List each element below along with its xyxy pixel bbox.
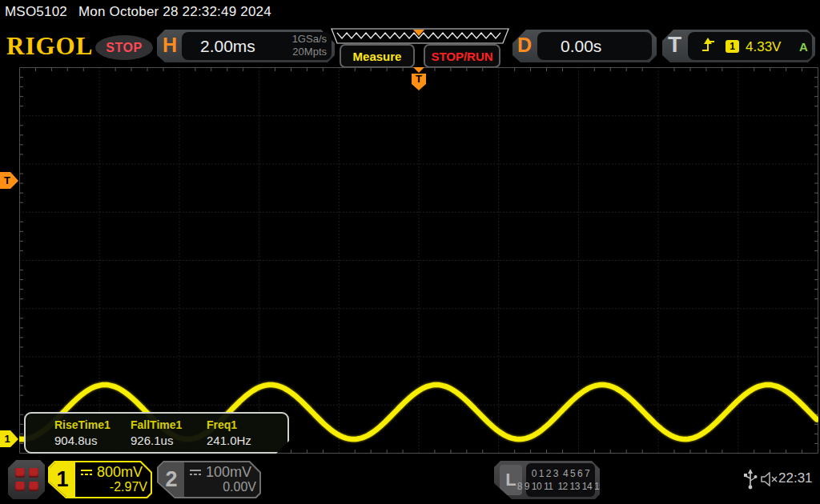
digital-row2-right: 12 13 14 15 (557, 481, 604, 492)
waveform-preview-bar[interactable] (331, 28, 510, 45)
measurement-value: 241.0Hz (207, 434, 251, 447)
acquisition-state-badge: STOP (95, 35, 153, 60)
trigger-source-number: 1 (730, 41, 735, 52)
rising-edge-icon (701, 37, 716, 54)
speaker-muted-icon[interactable] (761, 472, 778, 486)
horizontal-label: H (163, 34, 177, 57)
clock: 22:31 (778, 470, 813, 486)
channel1-chip[interactable]: 1 800mV -2.97V (48, 461, 152, 498)
delay-value[interactable]: 0.00s (561, 37, 601, 56)
measurement-item: RiseTime1 904.8us (54, 418, 111, 447)
channel2-chip[interactable]: 2 100mV 0.00V (157, 461, 261, 498)
trigger-mode: A (799, 40, 808, 54)
delay-label: D (517, 34, 532, 57)
measure-button-label: Measure (353, 50, 402, 63)
timebase-value[interactable]: 2.00ms (200, 37, 255, 56)
menu-button[interactable] (8, 460, 45, 499)
channel1-number-tab: 1 (50, 462, 75, 497)
digital-channel-numbers: 0 1 2 34 5 6 7 8 9 10 1112 13 14 15 (526, 463, 595, 497)
usb-icon (743, 468, 758, 490)
trigger-label: T (668, 32, 681, 58)
channel1-position-marker-label: 1 (2, 433, 13, 445)
sample-rate: 1GSa/s (264, 33, 327, 46)
trigger-position-marker-label: T (413, 73, 424, 85)
rigol-logo: RIGOL (6, 32, 93, 61)
trigger-level-marker-label: T (2, 174, 13, 186)
measurement-panel[interactable]: RiseTime1 904.8us FallTime1 926.1us Freq… (24, 412, 289, 454)
dc-coupling-icon (189, 467, 202, 478)
measurement-item: FallTime1 926.1us (131, 418, 182, 447)
channel1-offset-value: -2.97V (80, 480, 147, 494)
channel2-scale-value: 100mV (206, 464, 251, 481)
acquisition-state-label: STOP (106, 41, 142, 55)
datetime: Mon October 28 22:32:49 2024 (78, 4, 271, 19)
digital-row1-left: 0 1 2 3 (532, 468, 558, 479)
trigger-level-value[interactable]: 4.33V (746, 39, 781, 55)
mem-depth: 20Mpts (264, 46, 327, 58)
measure-button[interactable]: Measure (340, 44, 415, 68)
stop-run-button-label: STOP/RUN (431, 50, 492, 63)
status-bar: MSO5102Mon October 28 22:32:49 2024 (5, 4, 271, 20)
sample-rate-memdepth: 1GSa/s 20Mpts (264, 33, 327, 58)
dc-coupling-icon (80, 467, 93, 478)
channel2-number-tab: 2 (159, 462, 184, 497)
menu-grid-icon (15, 468, 38, 491)
channel1-scale: 800mV (80, 464, 143, 481)
digital-row1-right: 4 5 6 7 (563, 468, 589, 479)
digital-row2-left: 8 9 10 11 (517, 481, 553, 492)
measurement-label: FallTime1 (131, 418, 182, 431)
digital-channels-chip[interactable]: L 0 1 2 34 5 6 7 8 9 10 1112 13 14 15 (494, 461, 600, 499)
scope-display-grid (19, 67, 818, 454)
channel1-scale-value: 800mV (97, 464, 143, 481)
measurement-value: 904.8us (54, 434, 111, 447)
model-name: MSO5102 (5, 4, 67, 19)
measurement-label: Freq1 (207, 418, 251, 431)
trigger-source-badge: 1 (726, 40, 739, 53)
measurement-label: RiseTime1 (54, 418, 111, 431)
measurement-value: 926.1us (131, 434, 182, 447)
measurement-item: Freq1 241.0Hz (207, 418, 251, 447)
channel2-offset-value: 0.00V (189, 480, 256, 494)
stop-run-button[interactable]: STOP/RUN (424, 44, 500, 68)
channel2-scale: 100mV (189, 464, 251, 481)
